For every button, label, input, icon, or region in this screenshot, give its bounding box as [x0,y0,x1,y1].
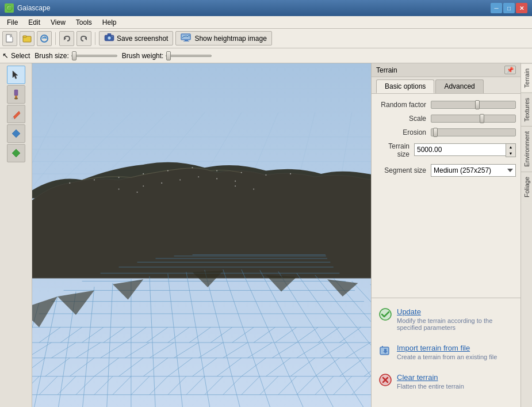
select-text: Select [11,52,30,60]
side-tab-environment[interactable]: Environment [521,126,532,172]
scale-slider[interactable] [431,115,516,123]
minimize-button[interactable]: ─ [491,3,502,13]
show-heightmap-button[interactable]: Show heightmap image [175,31,271,45]
import-icon [378,344,392,357]
spinbox-down-button[interactable]: ▼ [506,150,515,157]
side-tabs-panel: Terrain Textures Environment Foliage [520,63,532,407]
undo-button[interactable] [59,31,74,46]
side-tab-foliage[interactable]: Foliage [521,172,532,202]
erosion-row: Erosion [376,128,516,136]
svg-rect-10 [181,34,190,40]
svg-point-146 [179,179,181,180]
svg-point-144 [143,185,144,187]
brush-size-label: Brush size: [35,52,68,60]
title-bar: Gaiascape ─ □ ✕ [0,0,532,16]
erosion-slider[interactable] [431,128,516,136]
segment-size-row: Segment size Small (128x128) Medium (257… [376,164,516,177]
random-factor-thumb[interactable] [475,100,480,109]
terrain-panel-title: Terrain [376,66,397,74]
update-icon [378,307,392,321]
select-arrow-icon: ↖ [2,51,9,60]
import-text: Import terrain from file Create a terrai… [397,344,497,360]
svg-rect-6 [108,33,111,36]
svg-point-141 [241,172,242,173]
svg-rect-13 [14,90,18,96]
tool-eraser-button[interactable] [7,105,25,123]
svg-point-134 [69,182,70,184]
svg-point-15 [14,98,18,100]
menu-tools[interactable]: Tools [71,17,97,28]
erosion-thumb[interactable] [433,128,438,137]
maximize-button[interactable]: □ [503,3,515,13]
tool-plant-button[interactable] [7,144,25,162]
menu-help[interactable]: Help [98,17,121,28]
update-text: Update Modify the terrain according to t… [397,307,514,331]
panel-tabs: Basic options Advanced [372,77,520,94]
save-screenshot-button[interactable]: Save screenshot [99,31,173,45]
menu-file[interactable]: File [2,17,22,28]
left-tool-panel [0,63,32,407]
svg-point-142 [265,174,266,176]
tool-select-button[interactable] [7,66,25,84]
update-action[interactable]: Update Modify the terrain according to t… [376,305,516,333]
scale-thumb[interactable] [480,114,484,123]
clear-icon [378,373,392,387]
svg-rect-3 [23,36,26,37]
svg-point-138 [167,170,169,171]
new-button[interactable] [2,31,17,46]
save-button[interactable] [37,31,52,46]
brush-size-slider[interactable] [71,55,117,57]
segment-size-select[interactable]: Small (128x128) Medium (257x257) Large (… [431,164,516,177]
svg-point-139 [192,167,193,168]
separator-1 [55,32,56,45]
right-panel-content: Terrain 📌 Basic options Advanced Random … [372,63,520,407]
tab-advanced[interactable]: Advanced [435,79,483,93]
menu-bar: File Edit View Tools Help [0,16,532,29]
svg-point-145 [161,182,162,184]
toolbar: Save screenshot Show heightmap image [0,29,532,48]
actions-area: Update Modify the terrain according to t… [372,298,520,407]
close-button[interactable]: ✕ [516,3,527,13]
brush-weight-slider[interactable] [166,55,212,57]
camera-icon [104,33,114,43]
tool-fill-button[interactable] [7,124,25,143]
svg-point-136 [118,177,120,178]
update-desc: Modify the terrain according to the spec… [397,317,514,331]
svg-rect-12 [183,41,189,41]
svg-marker-19 [12,149,20,157]
brush-size-thumb[interactable] [72,51,76,60]
side-tab-textures[interactable]: Textures [521,93,532,127]
terrain-size-input[interactable] [414,143,506,156]
random-factor-slider[interactable] [431,101,516,109]
tool-paint-button[interactable] [7,85,25,104]
import-desc: Create a terrain from an existing file [397,353,497,360]
brush-weight-thumb[interactable] [166,51,171,60]
import-action[interactable]: Import terrain from file Create a terrai… [376,341,516,363]
monitor-icon [181,33,192,43]
clear-action[interactable]: Clear terrain Flatten the entire terrain [376,371,516,392]
window-title: Gaiascape [17,4,50,12]
svg-point-148 [216,178,217,179]
svg-point-143 [290,173,291,174]
svg-marker-18 [12,130,20,138]
side-tab-terrain[interactable]: Terrain [521,63,532,93]
menu-edit[interactable]: Edit [24,17,45,28]
menu-view[interactable]: View [46,17,70,28]
svg-point-147 [198,176,199,177]
tab-basic-options[interactable]: Basic options [376,79,434,93]
brush-weight-label: Brush weight: [122,52,164,60]
open-button[interactable] [20,31,35,46]
terrain-size-spinbox: ▲ ▼ [414,143,516,157]
viewport[interactable] [32,63,371,407]
svg-rect-9 [112,36,113,37]
redo-button[interactable] [76,31,91,46]
panel-pin-button[interactable]: 📌 [504,66,516,74]
title-bar-left: Gaiascape [5,3,50,13]
spinbox-up-button[interactable]: ▲ [506,144,515,150]
show-heightmap-label: Show heightmap image [194,35,266,43]
svg-point-153 [253,188,254,189]
scale-row: Scale [376,115,516,123]
spinbox-arrows: ▲ ▼ [506,143,516,157]
clear-text: Clear terrain Flatten the entire terrain [397,373,464,390]
main-content: Terrain 📌 Basic options Advanced Random … [0,63,532,407]
